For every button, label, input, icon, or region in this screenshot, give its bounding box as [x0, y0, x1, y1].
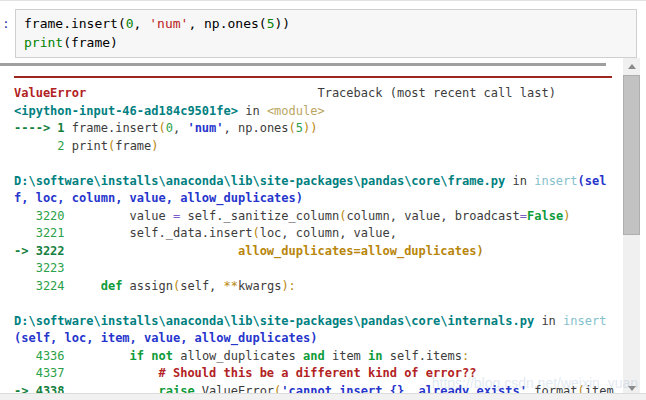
code-line: 2 print(frame): [14, 138, 614, 156]
code-token: frame: [115, 139, 151, 153]
code-token: False: [527, 209, 563, 223]
code-token: [14, 139, 57, 153]
code-token: :: [462, 349, 469, 363]
code-token: loc, column, value,: [260, 226, 397, 240]
code-token: ): [151, 139, 158, 153]
code-line: (self, loc, item, value, allow_duplicate…: [14, 330, 614, 348]
code-line: [14, 155, 614, 173]
code-token: 3224: [14, 279, 65, 293]
code-token: not: [151, 349, 173, 363]
code-token: [65, 279, 101, 293]
cell-output-divider: [0, 63, 606, 66]
code-token: [65, 349, 130, 363]
code-token: self.items: [383, 349, 462, 363]
code-token: <ipython-input-46-ad184c9501fe>: [14, 104, 238, 118]
code-token: in: [238, 104, 267, 118]
code-token: self,: [180, 279, 223, 293]
code-token: assign: [122, 279, 173, 293]
code-line: D:\software\installs\anaconda\lib\site-p…: [14, 173, 614, 191]
code-line: print(frame): [24, 33, 630, 52]
code-token: ,: [134, 16, 150, 31]
code-token: D:\software\installs\anaconda\lib\site-p…: [14, 174, 505, 188]
code-line: <ipython-input-46-ad184c9501fe> in <modu…: [14, 103, 614, 121]
error-traceback-output: ValueError Traceback (most recent call l…: [14, 76, 614, 400]
code-token: (sel: [578, 174, 607, 188]
code-line: 3221 self._data.insert(loc, column, valu…: [14, 225, 614, 243]
code-token: value: [65, 209, 173, 223]
code-line: 3224 def assign(self, **kwargs):: [14, 278, 614, 296]
code-token: 0: [126, 16, 134, 31]
code-token: (: [159, 121, 166, 135]
code-token: 4337: [14, 366, 65, 380]
input-prompt: :: [0, 9, 15, 33]
code-token: # Should this be a different kind of err…: [159, 366, 477, 380]
code-token: in: [368, 349, 382, 363]
code-line: 4337 # Should this be a different kind o…: [14, 365, 614, 383]
code-token: 2: [57, 139, 64, 153]
code-token: 5: [296, 121, 303, 135]
vertical-scrollbar[interactable]: [623, 58, 640, 396]
code-token: 'num': [187, 121, 223, 135]
code-token: def: [101, 279, 123, 293]
code-token: kwargs: [238, 279, 281, 293]
code-token: print: [24, 35, 63, 50]
code-token: ):: [281, 279, 295, 293]
code-token: , np.ones(: [188, 16, 266, 31]
code-line: -> 3222 allow_duplicates=allow_duplicate…: [14, 243, 614, 261]
code-line: 3220 value = self._sanitize_column(colum…: [14, 208, 614, 226]
code-line: [14, 295, 614, 313]
code-token: frame.insert(: [24, 16, 126, 31]
code-token: 4336: [14, 349, 65, 363]
code-token: )): [274, 16, 290, 31]
code-token: allow_duplicates: [173, 349, 303, 363]
code-token: (: [252, 226, 259, 240]
code-token: (self, loc, item, value, allow_duplicate…: [14, 331, 317, 345]
code-token: D:\software\installs\anaconda\lib\site-p…: [14, 314, 534, 328]
code-token: 3220: [14, 209, 65, 223]
code-token: , np.ones: [224, 121, 289, 135]
code-token: -> 3222: [14, 244, 65, 258]
code-token: ,: [173, 121, 187, 135]
code-token: Traceback (most recent call last): [86, 86, 556, 100]
code-token: )): [303, 121, 317, 135]
code-token: ): [563, 209, 570, 223]
code-token: =: [520, 209, 527, 223]
code-line: 4336 if not allow_duplicates and item in…: [14, 348, 614, 366]
code-token: 'num': [149, 16, 188, 31]
code-token: 3223: [14, 261, 65, 275]
code-token: [65, 244, 238, 258]
code-token: self._data.insert: [65, 226, 253, 240]
code-token: f, loc, column, value, allow_duplicates): [14, 191, 303, 205]
code-input-cell[interactable]: frame.insert(0, 'num', np.ones(5))print(…: [15, 9, 637, 58]
code-token: 0: [166, 121, 173, 135]
code-line: 3223: [14, 260, 614, 278]
code-token: and: [303, 349, 325, 363]
code-token: in: [534, 314, 563, 328]
code-line: ValueError Traceback (most recent call l…: [14, 85, 614, 103]
code-token: self._sanitize_column: [180, 209, 339, 223]
input-cell-row: : frame.insert(0, 'num', np.ones(5))prin…: [0, 1, 646, 58]
scroll-up-icon[interactable]: [623, 58, 640, 74]
code-token: column, value, broadcast: [346, 209, 519, 223]
code-token: <module>: [267, 104, 325, 118]
code-token: in: [505, 174, 534, 188]
code-token: if: [130, 349, 144, 363]
code-token: print: [65, 139, 108, 153]
code-token: 3221: [14, 226, 65, 240]
code-token: insert: [534, 174, 577, 188]
code-token: item: [325, 349, 368, 363]
code-line: D:\software\installs\anaconda\lib\site-p…: [14, 313, 614, 331]
code-line: frame.insert(0, 'num', np.ones(5)): [24, 14, 630, 33]
code-token: frame.insert: [65, 121, 159, 135]
traceback-separator-line: [14, 76, 612, 78]
code-token: (frame): [63, 35, 118, 50]
horizontal-scroll-strip[interactable]: [0, 393, 646, 400]
code-token: **: [224, 279, 238, 293]
code-token: ----> 1: [14, 121, 65, 135]
code-line: ----> 1 frame.insert(0, 'num', np.ones(5…: [14, 120, 614, 138]
code-token: insert: [563, 314, 606, 328]
scrollbar-thumb[interactable]: [623, 75, 640, 235]
code-line: f, loc, column, value, allow_duplicates): [14, 190, 614, 208]
code-token: [65, 366, 159, 380]
code-token: allow_duplicates=allow_duplicates): [238, 244, 484, 258]
